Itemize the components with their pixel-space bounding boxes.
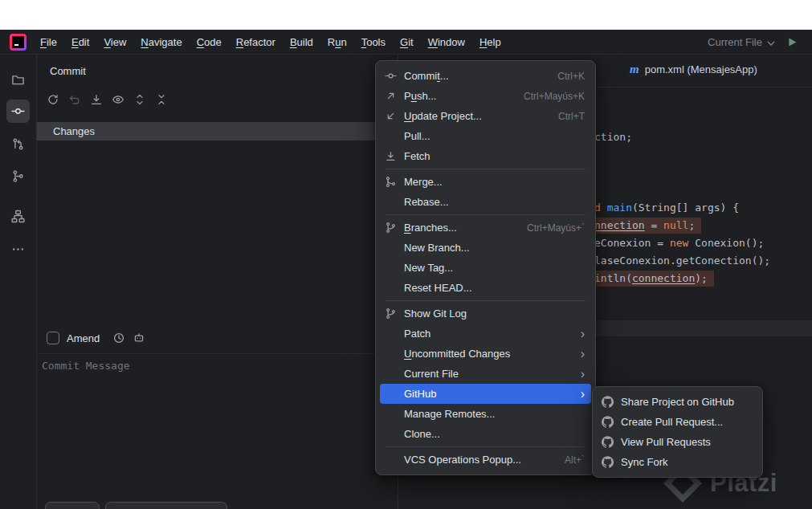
git-menu-item-new-branch[interactable]: New Branch... [380, 238, 591, 258]
menu-item-label: Branches... [404, 222, 512, 234]
git-menu-item-rebase[interactable]: Rebase... [380, 192, 591, 212]
left-toolbar [0, 55, 37, 509]
menu-item-label: VCS Operations Popup... [404, 454, 550, 466]
commit-and-push-button[interactable] [105, 502, 227, 509]
commit-panel: Commit Changes Amend Commit Message [37, 55, 398, 509]
menubar-item-build[interactable]: Build [283, 34, 320, 51]
menu-item-label: Fetch [404, 150, 585, 162]
git-menu-item-merge[interactable]: Merge... [380, 172, 591, 192]
code-line: laseConexion.getConection(); [594, 253, 770, 269]
commit-message-area[interactable]: Commit Message [37, 353, 398, 509]
github-submenu-item-share-project-on-github[interactable]: Share Project on GitHub [597, 392, 758, 412]
expand-all-icon[interactable] [133, 93, 146, 106]
chevron-down-icon [767, 36, 775, 48]
amend-label[interactable]: Amend [67, 332, 100, 344]
github-submenu-item-create-pull-request[interactable]: Create Pull Request... [597, 412, 758, 432]
amend-checkbox[interactable] [47, 332, 59, 344]
git-menu-item-vcs-operations-popup[interactable]: VCS Operations Popup...Alt+` [380, 450, 591, 470]
view-options-icon[interactable] [112, 93, 124, 106]
menubar-item-refactor[interactable]: Refactor [229, 34, 283, 51]
push-icon [385, 90, 404, 102]
menu-item-label: Merge... [404, 176, 585, 188]
code-line: d main(String[] args) { [594, 200, 739, 216]
menu-item-label: Sync Fork [621, 456, 752, 468]
git-menu-item-fetch[interactable]: Fetch [380, 146, 591, 166]
ide-window: FileEditViewNavigateCodeRefactorBuildRun… [0, 30, 812, 509]
menu-item-label: Share Project on GitHub [621, 396, 752, 408]
git-menu-item-patch[interactable]: Patch› [380, 324, 591, 344]
menu-separator [386, 446, 586, 447]
menu-item-label: Update Project... [404, 110, 544, 122]
git-menu-item-clone[interactable]: Clone... [380, 424, 591, 444]
git-menu-item-push[interactable]: Push...Ctrl+Mayús+K [380, 86, 591, 106]
clock-icon[interactable] [112, 332, 125, 344]
structure-icon[interactable] [6, 205, 30, 228]
menubar-item-navigate[interactable]: Navigate [133, 34, 189, 51]
menubar-item-tools[interactable]: Tools [354, 34, 393, 51]
code-token: Conexion(); [688, 237, 764, 249]
git-menu: Commit...Ctrl+KPush...Ctrl+Mayús+KUpdate… [375, 60, 596, 475]
commit-message-placeholder: Commit Message [42, 360, 130, 372]
git-menu-item-show-git-log[interactable]: Show Git Log [380, 303, 591, 324]
git-menu-item-manage-remotes[interactable]: Manage Remotes... [380, 404, 591, 424]
changes-group-row[interactable]: Changes [37, 122, 398, 140]
git-menu-item-pull[interactable]: Pull... [380, 126, 591, 146]
git-menu-item-branches[interactable]: Branches...Ctrl+Mayús+` [380, 218, 591, 238]
submenu-arrow-icon: › [581, 328, 585, 340]
menubar-item-file[interactable]: File [33, 34, 64, 51]
shelve-icon[interactable] [90, 93, 103, 106]
git-menu-item-github[interactable]: GitHub› [380, 384, 591, 404]
run-configuration-selector[interactable]: Current File [708, 36, 775, 48]
code-token: d [594, 202, 607, 214]
run-button[interactable] [787, 37, 798, 47]
code-token: new [670, 237, 688, 249]
rollback-icon[interactable] [68, 93, 81, 106]
github-icon [602, 416, 621, 428]
code-token: eConexion = [594, 237, 670, 249]
menubar-item-help[interactable]: Help [472, 34, 508, 51]
more-tools-icon[interactable] [6, 238, 30, 261]
menubar-item-git[interactable]: Git [393, 34, 421, 51]
commit-tool-icon[interactable] [6, 100, 30, 123]
github-icon [602, 436, 621, 448]
menu-separator [386, 300, 586, 301]
collapse-all-icon[interactable] [155, 93, 168, 106]
git-menu-item-new-tag[interactable]: New Tag... [380, 258, 591, 278]
project-folder-icon[interactable] [6, 68, 30, 92]
menu-item-label: Pull... [404, 130, 585, 142]
menubar-item-code[interactable]: Code [190, 34, 229, 51]
git-menu-item-uncommitted-changes[interactable]: Uncommitted Changes› [380, 344, 591, 364]
git-menu-item-commit[interactable]: Commit...Ctrl+K [380, 66, 591, 86]
menubar-item-view[interactable]: View [96, 34, 133, 51]
amend-row: Amend [47, 332, 145, 344]
menu-item-label: Uncommitted Changes [404, 348, 571, 360]
menu-item-label: Manage Remotes... [404, 408, 585, 420]
menu-separator [386, 169, 586, 169]
pull-requests-icon[interactable] [6, 132, 30, 156]
branches-graph-icon[interactable] [6, 165, 30, 188]
github-icon [602, 456, 621, 468]
code-line: eConexion = new Conexion(); [594, 235, 764, 251]
menu-item-label: Rebase... [404, 196, 585, 208]
git-menu-item-current-file[interactable]: Current File› [380, 364, 591, 384]
github-submenu-item-view-pull-requests[interactable]: View Pull Requests [597, 432, 758, 452]
code-token: ction; [594, 131, 632, 143]
git-menu-item-reset-head[interactable]: Reset HEAD... [380, 278, 591, 298]
menubar-item-run[interactable]: Run [320, 34, 354, 51]
merge-icon [385, 176, 404, 188]
code-line: intln(connection); [594, 271, 714, 287]
menubar-item-window[interactable]: Window [421, 34, 472, 51]
code-token: main [607, 202, 632, 214]
menu-item-label: New Branch... [404, 242, 585, 254]
github-submenu-item-sync-fork[interactable]: Sync Fork [597, 452, 758, 472]
menu-item-label: Commit... [404, 70, 543, 82]
commit-toolbar [47, 93, 168, 106]
code-token: laseConexion.getConection(); [594, 254, 770, 267]
commit-button[interactable] [45, 502, 100, 509]
bot-icon[interactable] [133, 332, 145, 344]
menu-item-shortcut: Ctrl+K [557, 71, 585, 82]
git-menu-item-update-project[interactable]: Update Project...Ctrl+T [380, 106, 591, 126]
menu-item-label: Current File [404, 368, 571, 380]
menubar-item-edit[interactable]: Edit [64, 34, 96, 51]
refresh-icon[interactable] [47, 93, 59, 106]
